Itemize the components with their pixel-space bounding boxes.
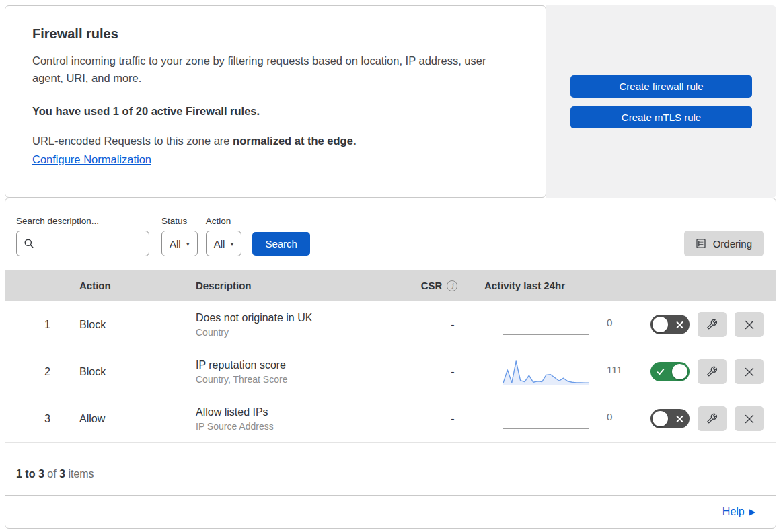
search-input-box[interactable] [16, 231, 149, 256]
header-activity: Activity last 24hr [476, 280, 638, 291]
normalization-bold-text: normalized at the edge. [233, 135, 356, 147]
status-field-group: Status All ▾ [161, 216, 198, 256]
create-mtls-rule-button[interactable]: Create mTLS rule [570, 106, 752, 128]
toggle-knob [653, 317, 668, 332]
create-firewall-rule-button[interactable]: Create firewall rule [570, 75, 752, 98]
rule-description-cell: IP reputation score Country, Threat Scor… [187, 359, 402, 385]
close-icon [744, 319, 755, 330]
edit-rule-button[interactable] [698, 406, 727, 431]
action-field-label: Action [206, 216, 242, 226]
search-button[interactable]: Search [252, 232, 310, 256]
action-field-group: Action All ▾ [206, 216, 242, 256]
rule-description: Does not originate in UK [196, 312, 402, 324]
header-description: Description [187, 280, 402, 291]
wrench-icon [706, 366, 718, 377]
toggle-x-icon [676, 321, 683, 328]
activity-count-link[interactable]: 0 [605, 411, 613, 426]
activity-sparkline [503, 358, 589, 386]
table-row: 1 Block Does not originate in UK Country… [5, 301, 776, 348]
normalization-note: URL-encoded Requests to this zone are no… [32, 135, 519, 147]
rule-fields: Country, Threat Score [196, 374, 402, 385]
header-csr-label: CSR [421, 280, 443, 291]
wrench-icon [706, 413, 718, 424]
pagination-range: 1 to 3 [16, 468, 44, 480]
pagination-items: items [65, 468, 94, 480]
rule-controls [638, 312, 776, 337]
toggle-knob [672, 364, 687, 379]
ordering-button[interactable]: Ordering [684, 231, 764, 256]
status-field-label: Status [161, 216, 198, 226]
delete-rule-button[interactable] [735, 359, 764, 384]
top-section: Firewall rules Control incoming traffic … [5, 5, 776, 198]
action-dropdown[interactable]: All ▾ [206, 231, 242, 256]
help-link-label: Help [722, 506, 745, 518]
status-dropdown-value: All [170, 238, 181, 250]
close-icon [744, 367, 755, 377]
enable-toggle-off[interactable] [650, 409, 690, 428]
toggle-check-icon [657, 368, 665, 375]
search-input[interactable] [34, 237, 142, 250]
rule-csr-value: - [402, 319, 476, 331]
rule-fields: IP Source Address [196, 421, 402, 432]
rule-controls [638, 406, 776, 431]
action-dropdown-value: All [214, 238, 225, 250]
rule-action: Allow [66, 413, 187, 425]
rule-activity-cell: 111 [476, 358, 638, 386]
rule-description-cell: Does not originate in UK Country [187, 312, 402, 338]
activity-count-link[interactable]: 111 [605, 364, 624, 379]
wrench-icon [706, 319, 718, 330]
rule-description: Allow listed IPs [196, 406, 402, 418]
table-row: 3 Allow Allow listed IPs IP Source Addre… [5, 395, 776, 443]
header-csr: CSR i [402, 280, 476, 291]
rule-number: 2 [5, 366, 66, 378]
arrow-right-icon: ▶ [749, 508, 755, 516]
rule-activity-cell: 0 [476, 409, 638, 429]
table-row: 2 Block IP reputation score Country, Thr… [5, 348, 776, 395]
rule-description: IP reputation score [196, 359, 402, 371]
rule-action: Block [66, 319, 187, 331]
activity-flatline [503, 409, 589, 429]
rule-number: 1 [5, 319, 66, 331]
delete-rule-button[interactable] [735, 406, 764, 431]
edit-rule-button[interactable] [698, 312, 727, 337]
ordering-list-icon [696, 238, 706, 249]
status-dropdown[interactable]: All ▾ [161, 231, 198, 256]
edit-rule-button[interactable] [698, 359, 727, 384]
chevron-down-icon: ▾ [186, 240, 190, 248]
rule-controls [638, 359, 776, 384]
pagination-total: 3 [59, 468, 65, 480]
normalization-text: URL-encoded Requests to this zone are [32, 135, 233, 147]
activity-count-link[interactable]: 0 [605, 317, 613, 332]
close-icon [744, 414, 755, 424]
activity-flatline [503, 315, 589, 335]
ordering-button-label: Ordering [713, 238, 752, 250]
help-bar: Help ▶ [5, 495, 776, 528]
header-action: Action [66, 280, 187, 291]
chevron-down-icon: ▾ [230, 240, 233, 248]
enable-toggle-on[interactable] [650, 362, 690, 381]
rule-description-cell: Allow listed IPs IP Source Address [187, 406, 402, 432]
info-icon[interactable]: i [447, 280, 457, 291]
table-header: Action Description CSR i Activity last 2… [5, 270, 776, 301]
toggle-x-icon [676, 415, 683, 422]
actions-panel: Create firewall rule Create mTLS rule [546, 5, 776, 198]
search-icon [24, 238, 34, 249]
rule-activity-cell: 0 [476, 315, 638, 335]
page-title: Firewall rules [32, 26, 519, 42]
toggle-knob [653, 411, 668, 426]
usage-summary: You have used 1 of 20 active Firewall ru… [32, 105, 519, 118]
pagination-of: of [44, 468, 59, 480]
rule-fields: Country [196, 327, 402, 338]
filter-bar: Search description... Status All ▾ Actio… [5, 198, 776, 270]
enable-toggle-off[interactable] [650, 315, 690, 334]
search-field-group: Search description... [16, 216, 149, 256]
help-link[interactable]: Help ▶ [722, 506, 755, 518]
rule-csr-value: - [402, 413, 476, 425]
rule-action: Block [66, 366, 187, 378]
search-field-label: Search description... [16, 216, 149, 226]
configure-normalization-link[interactable]: Configure Normalization [32, 153, 151, 166]
delete-rule-button[interactable] [735, 312, 764, 337]
rules-list-card: Search description... Status All ▾ Actio… [5, 198, 776, 529]
pagination-summary: 1 to 3 of 3 items [5, 448, 776, 495]
rule-csr-value: - [402, 366, 476, 378]
